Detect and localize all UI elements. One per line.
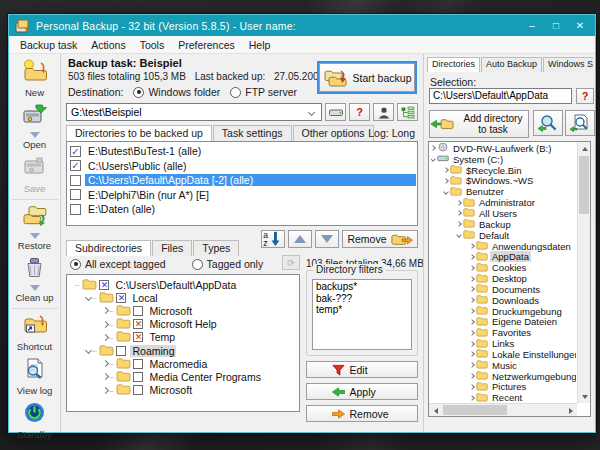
checkbox-checked-icon[interactable]: ✓ [70, 160, 81, 171]
tab-task-settings[interactable]: Task settings [213, 125, 292, 141]
tag-checkbox-red-icon[interactable]: ✕ [133, 319, 143, 329]
sidebar-button-shortcut[interactable]: Shortcut [10, 311, 60, 355]
filesystem-tree[interactable]: DVD-RW-Laufwerk (B:)System (C:)$Recycle.… [428, 141, 591, 417]
tab-subdirectories[interactable]: Subdirectories [66, 240, 151, 256]
subdir-tree-row[interactable]: –✕Microsoft Help [69, 318, 297, 331]
destination-radio-ftp-server[interactable]: FTP server [230, 86, 297, 98]
tab-directories-to-be-backed-up[interactable]: Directories to be backed up [66, 125, 212, 141]
tag-radio-tagged-only[interactable]: Tagged only [192, 258, 264, 270]
fs-tree-row[interactable]: Cookies [431, 262, 576, 273]
fs-tree-row[interactable]: System (C:) [431, 154, 576, 165]
menu-help[interactable]: Help [242, 38, 278, 52]
tag-checkbox-red-icon[interactable]: ✕ [133, 332, 143, 342]
fs-tree-row[interactable]: Administrator [431, 197, 576, 208]
start-backup-button[interactable]: Start backup [319, 63, 415, 92]
vertical-scrollbar[interactable] [577, 142, 590, 403]
add-directory-button[interactable]: Add directory to task [429, 110, 529, 138]
browse-tree-button[interactable] [397, 103, 418, 121]
checkbox-checked-icon[interactable]: ✓ [70, 146, 81, 157]
collapsed-icon[interactable] [102, 307, 109, 314]
tab-auto-backup[interactable]: Auto Backup [481, 57, 542, 72]
expanded-icon[interactable] [85, 347, 92, 354]
expanded-icon[interactable] [85, 294, 92, 301]
scroll-down-button[interactable] [578, 390, 591, 403]
directory-filters-list[interactable]: backups*bak-???temp* [312, 279, 412, 350]
subdir-tree-row[interactable]: –✕Temp [69, 331, 297, 344]
collapsed-icon[interactable] [102, 387, 109, 394]
fs-tree-row[interactable]: $Windows.~WS [431, 176, 576, 187]
move-up-button[interactable] [288, 230, 312, 248]
subdir-tree-row[interactable]: –✕C:\Users\Default\AppData [69, 278, 297, 291]
tag-checkbox-empty-icon[interactable] [133, 385, 143, 395]
filter-remove-button[interactable]: Remove [306, 405, 418, 422]
sort-directories-button[interactable]: az [261, 230, 285, 248]
menu-tools[interactable]: Tools [133, 38, 172, 52]
filter-item[interactable]: bak-??? [316, 293, 408, 305]
view-files-button[interactable] [565, 110, 595, 136]
destination-path-combobox[interactable]: G:\test\Beispiel [66, 103, 322, 121]
sidebar-button-open[interactable]: Open [10, 101, 60, 153]
combo-dropdown-icon[interactable] [308, 108, 315, 115]
subdir-tree-row[interactable]: –✕Local [69, 291, 297, 304]
selection-input[interactable]: C:\Users\Default\AppData [429, 88, 572, 104]
scroll-left-button[interactable] [429, 404, 442, 417]
fs-tree-row[interactable]: DVD-RW-Laufwerk (B:) [431, 143, 576, 154]
backup-directory-row[interactable]: E:\Delphi7\Bin (nur A*) [E] [68, 188, 416, 203]
fs-tree-row[interactable]: Anwendungsdaten [431, 241, 576, 252]
fs-tree-row[interactable]: Links [431, 338, 576, 349]
tab-types[interactable]: Types [193, 240, 239, 256]
checkbox-unchecked-icon[interactable] [70, 204, 81, 215]
fs-tree-row[interactable]: $Recycle.Bin [431, 165, 576, 176]
collapsed-icon[interactable] [102, 321, 109, 328]
scroll-up-button[interactable] [578, 142, 591, 155]
tag-radio-all-except-tagged[interactable]: All except tagged [70, 258, 166, 270]
radio-icon[interactable] [230, 87, 241, 98]
horizontal-scroll-thumb[interactable] [443, 405, 507, 415]
dropdown-arrow-icon[interactable] [30, 132, 40, 138]
fs-tree-row[interactable]: Documents [431, 284, 576, 295]
menu-preferences[interactable]: Preferences [171, 38, 242, 52]
collapsed-icon[interactable] [102, 334, 109, 341]
tag-checkbox-blue-icon[interactable]: ✕ [99, 280, 109, 290]
close-button[interactable]: ✕ [569, 16, 591, 35]
menu-backup-task[interactable]: Backup task [13, 38, 84, 52]
checkbox-unchecked-icon[interactable] [70, 189, 81, 200]
user-account-button[interactable] [373, 103, 394, 121]
fs-tree-row[interactable]: Pictures [431, 382, 576, 393]
sidebar-button-view-log[interactable]: View log [10, 355, 60, 399]
backup-directory-row[interactable]: E:\Daten (alle) [68, 202, 416, 217]
selection-help-button[interactable]: ? [576, 88, 594, 104]
filter-item[interactable]: backups* [316, 281, 408, 293]
fs-tree-row[interactable]: Benutzer [431, 186, 576, 197]
checkbox-unchecked-icon[interactable] [70, 175, 81, 186]
fs-tree-row[interactable]: Default [431, 230, 576, 241]
sidebar-button-new[interactable]: New [10, 57, 60, 101]
backup-directory-row[interactable]: ✓C:\Users\Public (alle) [68, 159, 416, 174]
fs-tree-row[interactable]: Music [431, 360, 576, 371]
fs-tree-row[interactable]: Favorites [431, 327, 576, 338]
destination-help-button[interactable]: ? [349, 103, 370, 121]
horizontal-scrollbar[interactable] [429, 403, 577, 416]
dropdown-arrow-icon[interactable] [30, 233, 40, 239]
remove-directory-button[interactable]: Remove [342, 230, 418, 248]
subdir-tree-row[interactable]: –Microsoft [69, 384, 297, 397]
menu-actions[interactable]: Actions [84, 38, 132, 52]
tag-checkbox-blue-icon[interactable]: ✕ [116, 293, 126, 303]
tab-windows-scheduler[interactable]: Windows Scheduler [543, 57, 593, 72]
subdirectories-tree[interactable]: –✕C:\Users\Default\AppData–✕Local–Micros… [66, 274, 300, 412]
backup-directories-list[interactable]: ✓E:\Butest\BuTest-1 (alle)✓C:\Users\Publ… [66, 141, 418, 226]
tag-checkbox-empty-icon[interactable] [133, 359, 143, 369]
filter-edit-button[interactable]: Edit [306, 361, 418, 378]
radio-icon[interactable] [133, 87, 144, 98]
fs-tree-row[interactable]: AppData [431, 251, 576, 262]
collapsed-icon[interactable] [102, 360, 109, 367]
backup-directory-row[interactable]: C:\Users\Default\AppData [-2] (alle) [68, 173, 416, 188]
tag-checkbox-empty-icon[interactable] [133, 306, 143, 316]
sidebar-button-clean-up[interactable]: Clean up [10, 254, 60, 306]
radio-icon[interactable] [70, 259, 81, 270]
mount-drive-button[interactable] [325, 103, 346, 121]
fs-tree-row[interactable]: Netzwerkumgebung [431, 371, 576, 382]
tag-checkbox-empty-icon[interactable] [133, 372, 143, 382]
fs-tree-row[interactable]: Druckumgebung [431, 306, 576, 317]
radio-icon[interactable] [192, 259, 203, 270]
